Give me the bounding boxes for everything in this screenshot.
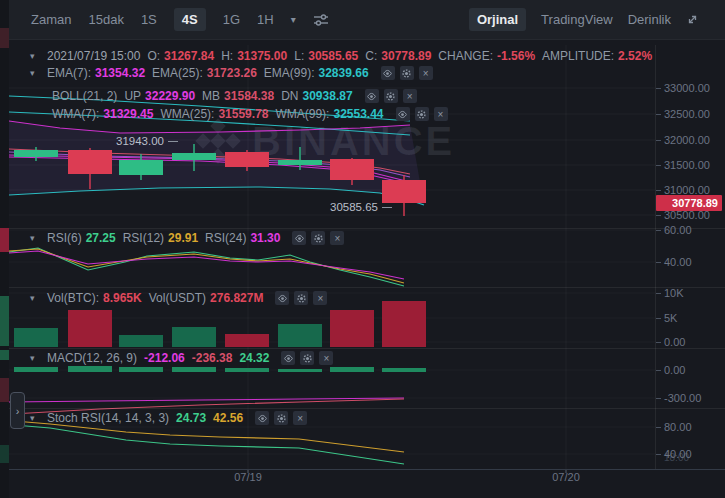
close-icon[interactable]: ×: [419, 66, 433, 80]
wma-row: WMA(7):31329.45 WMA(25):31559.78 WMA(99)…: [52, 107, 448, 121]
eye-icon[interactable]: [396, 107, 410, 121]
eye-icon[interactable]: [381, 66, 395, 80]
vol-usdt-value: 276.827M: [210, 291, 263, 305]
tab-original[interactable]: Orjinal: [469, 8, 526, 31]
x-axis-label: 07/19: [226, 471, 270, 483]
gear-icon[interactable]: [384, 89, 398, 103]
boll-actions: ×: [365, 89, 417, 103]
high-value: 31375.00: [237, 49, 287, 63]
close-icon[interactable]: ×: [313, 291, 327, 305]
ohlc-row: ▾ 2021/07/19 15:00 O:31267.84 H:31375.00…: [30, 49, 652, 63]
wma99-label: WMA(99):: [275, 107, 329, 121]
rsi-actions: ×: [292, 231, 344, 245]
macd-hist-value: 24.32: [239, 351, 269, 365]
collapse-caret-icon[interactable]: ▾: [30, 293, 40, 303]
vol-usdt-label: Vol(USDT): [149, 291, 206, 305]
stoch-d-value: 42.56: [213, 411, 243, 425]
gear-icon[interactable]: [400, 66, 414, 80]
left-strip-fragment: [0, 445, 9, 463]
chart-mode-tabs: Orjinal TradingView Derinlik: [469, 8, 725, 31]
close-icon[interactable]: ×: [403, 89, 417, 103]
boll-up-label: UP: [124, 89, 141, 103]
change-value: -1.56%: [497, 49, 535, 63]
timeframe-group: Zaman 15dak 1S 4S 1G 1H ▾: [9, 8, 329, 31]
close-icon[interactable]: ×: [319, 351, 333, 365]
timeframe-1h[interactable]: 1S: [141, 12, 157, 27]
stoch-rsi-row: ▾ Stoch RSI(14, 14, 3, 3) 24.73 42.56 ×: [30, 411, 307, 425]
timeframe-1w[interactable]: 1H: [257, 12, 274, 27]
boll-up-value: 32229.90: [145, 89, 195, 103]
amplitude-label: AMPLITUDE:: [542, 49, 614, 63]
rsi24-label: RSI(24): [205, 231, 246, 245]
eye-icon[interactable]: [281, 351, 295, 365]
x-axis-label: 07/20: [544, 471, 588, 483]
close-label: C:: [365, 49, 377, 63]
indicator-settings-icon[interactable]: [313, 13, 329, 27]
gear-icon[interactable]: [274, 411, 288, 425]
ema99-value: 32839.66: [319, 66, 369, 80]
rsi12-value: 29.91: [168, 231, 198, 245]
tab-tradingview[interactable]: TradingView: [541, 12, 613, 27]
wma99-value: 32553.44: [333, 107, 383, 121]
volume-actions: ×: [275, 291, 327, 305]
left-strip-fragment: [0, 228, 9, 252]
boll-mb-value: 31584.38: [224, 89, 274, 103]
ema7-value: 31354.32: [95, 66, 145, 80]
left-strip-fragment: [0, 28, 9, 48]
rsi6-value: 27.25: [86, 231, 116, 245]
ema99-label: EMA(99):: [264, 66, 315, 80]
ema25-value: 31723.26: [207, 66, 257, 80]
gear-icon[interactable]: [415, 107, 429, 121]
timeframe-15m[interactable]: 15dak: [88, 12, 123, 27]
rsi-row: ▾ RSI(6)27.25 RSI(12)29.91 RSI(24)31.30 …: [30, 231, 344, 245]
macd-actions: ×: [281, 351, 333, 365]
wma7-value: 31329.45: [103, 107, 153, 121]
collapse-caret-icon[interactable]: ▾: [30, 68, 40, 78]
stoch-actions: ×: [255, 411, 307, 425]
close-icon[interactable]: ×: [434, 107, 448, 121]
open-value: 31267.84: [164, 49, 214, 63]
collapse-caret-icon[interactable]: ▾: [30, 413, 40, 423]
expand-icon[interactable]: [686, 13, 699, 26]
close-icon[interactable]: ×: [293, 411, 307, 425]
pane-expand-handle[interactable]: ›: [10, 392, 25, 429]
boll-label: BOLL(21, 2): [52, 89, 117, 103]
left-strip: [0, 0, 9, 498]
close-icon[interactable]: ×: [330, 231, 344, 245]
tab-depth[interactable]: Derinlik: [628, 12, 671, 27]
last-price-tag: 30778.89: [656, 195, 722, 211]
left-strip-fragment: [0, 378, 9, 402]
wma-actions: ×: [396, 107, 448, 121]
price-annotation: 31943.00: [68, 135, 178, 147]
eye-icon[interactable]: [275, 291, 289, 305]
eye-icon[interactable]: [292, 231, 306, 245]
gear-icon[interactable]: [311, 231, 325, 245]
collapse-caret-icon[interactable]: ▾: [30, 233, 40, 243]
boll-dn-value: 30938.87: [303, 89, 353, 103]
collapse-caret-icon[interactable]: ▾: [30, 353, 40, 363]
timeframe-4h-selected[interactable]: 4S: [174, 8, 206, 31]
timeframe-1d[interactable]: 1G: [223, 12, 240, 27]
collapse-caret-icon[interactable]: ▾: [30, 51, 40, 61]
eye-icon[interactable]: [255, 411, 269, 425]
left-strip-fragment: [0, 296, 9, 346]
wma7-label: WMA(7):: [52, 107, 99, 121]
chevron-right-icon: ›: [16, 405, 20, 417]
chart-toolbar: Zaman 15dak 1S 4S 1G 1H ▾ Orjinal Tradin…: [9, 0, 725, 40]
boll-mb-label: MB: [202, 89, 220, 103]
time-label: Zaman: [31, 12, 71, 27]
amplitude-value: 2.52%: [618, 49, 652, 63]
ema25-label: EMA(25):: [152, 66, 203, 80]
timeframe-dropdown-caret-icon[interactable]: ▾: [291, 14, 296, 25]
low-label: L:: [294, 49, 304, 63]
wma25-value: 31559.78: [218, 107, 268, 121]
gear-icon[interactable]: [294, 291, 308, 305]
stoch-rsi-label: Stoch RSI(14, 14, 3, 3): [47, 411, 169, 425]
ema-actions: ×: [381, 66, 433, 80]
boll-dn-label: DN: [281, 89, 298, 103]
gear-icon[interactable]: [300, 351, 314, 365]
eye-icon[interactable]: [365, 89, 379, 103]
candle-datetime: 2021/07/19 15:00: [47, 49, 140, 63]
boll-row: BOLL(21, 2) UP32229.90 MB31584.38 DN3093…: [52, 89, 417, 103]
rsi6-label: RSI(6): [47, 231, 82, 245]
